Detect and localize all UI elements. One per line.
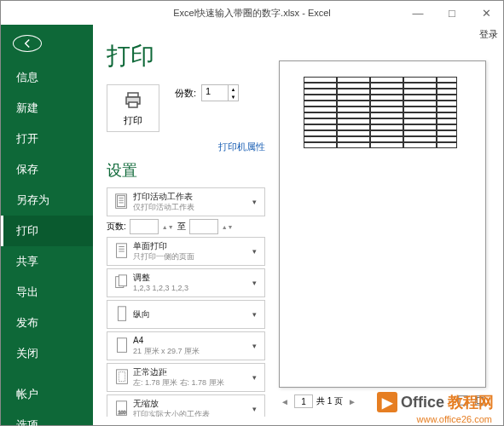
setting-orientation[interactable]: 纵向 ▾	[107, 300, 265, 329]
preview-table	[304, 77, 457, 148]
login-link[interactable]: 登录	[479, 28, 498, 41]
sidebar-item-close[interactable]: 关闭	[1, 338, 93, 369]
backstage-sidebar: 信息 新建 打开 保存 另存为 打印 共享 导出 发布 关闭 帐户 选项	[1, 25, 93, 425]
chevron-down-icon: ▾	[252, 342, 261, 350]
sidebar-item-options[interactable]: 选项	[1, 410, 93, 426]
sidebar-item-share[interactable]: 共享	[1, 246, 93, 277]
pages-to-label: 至	[177, 221, 186, 233]
close-button[interactable]: ✕	[469, 1, 503, 25]
print-preview: ◄ 共 1 页 ►	[265, 40, 491, 417]
maximize-button[interactable]: □	[435, 1, 469, 25]
page-number-input[interactable]	[294, 394, 313, 408]
paper-icon	[111, 335, 133, 357]
sidebar-item-export[interactable]: 导出	[1, 277, 93, 308]
chevron-down-icon: ▾	[252, 198, 261, 206]
copies-spinner[interactable]: 1 ▲ ▼	[201, 84, 239, 101]
printer-properties-link[interactable]: 打印机属性	[107, 141, 265, 153]
setting-collate[interactable]: 调整1,2,3 1,2,3 1,2,3 ▾	[107, 268, 265, 297]
copies-down[interactable]: ▼	[228, 93, 238, 101]
minimize-button[interactable]: ―	[401, 1, 435, 25]
pages-label: 页数:	[107, 221, 126, 233]
scale-icon: 100	[111, 398, 133, 417]
setting-paper-size[interactable]: A421 厘米 x 29.7 厘米 ▾	[107, 331, 265, 360]
spinner-icon: ▲▼	[222, 224, 234, 230]
watermark: ▶ Office教程网	[377, 392, 494, 412]
logo-icon: ▶	[377, 392, 397, 412]
page-title: 打印	[107, 40, 265, 72]
portrait-icon	[111, 303, 133, 325]
spinner-icon: ▲▼	[162, 224, 174, 230]
next-page-button[interactable]: ►	[346, 397, 358, 406]
setting-simplex[interactable]: 单面打印只打印一侧的页面 ▾	[107, 237, 265, 266]
chevron-down-icon: ▾	[252, 405, 261, 413]
pages-to-input[interactable]	[189, 219, 218, 234]
app-window: Excel快速输入带圈的数字.xlsx - Excel ― □ ✕ 登录 信息 …	[0, 0, 504, 426]
copies-up[interactable]: ▲	[228, 85, 238, 93]
page-icon	[111, 240, 133, 262]
back-button[interactable]	[13, 35, 42, 52]
chevron-down-icon: ▾	[252, 310, 261, 319]
pages-range-row: 页数: ▲▼ 至 ▲▼	[107, 219, 265, 234]
page-total-label: 共 1 页	[316, 395, 343, 407]
svg-rect-17	[119, 372, 125, 382]
svg-rect-8	[117, 244, 127, 258]
print-button-label: 打印	[124, 114, 142, 127]
margins-icon	[111, 366, 133, 389]
prev-page-button[interactable]: ◄	[279, 397, 291, 406]
sidebar-item-saveas[interactable]: 另存为	[1, 185, 93, 216]
svg-rect-2	[129, 102, 137, 107]
print-button[interactable]: 打印	[107, 84, 159, 132]
sidebar-item-info[interactable]: 信息	[1, 62, 93, 93]
sheets-icon	[111, 191, 133, 213]
setting-print-sheets[interactable]: 打印活动工作表仅打印活动工作表 ▾	[107, 187, 265, 216]
chevron-down-icon: ▾	[252, 247, 261, 256]
settings-title: 设置	[107, 160, 265, 181]
copies-label: 份数:	[175, 87, 196, 100]
sidebar-item-open[interactable]: 打开	[1, 124, 93, 154]
setting-margins[interactable]: 正常边距左: 1.78 厘米 右: 1.78 厘米 ▾	[107, 363, 265, 392]
setting-scaling[interactable]: 100 无缩放打印实际大小的工作表 ▾	[107, 394, 265, 417]
svg-rect-14	[118, 307, 125, 321]
pages-from-input[interactable]	[130, 219, 159, 234]
preview-page	[279, 60, 486, 388]
chevron-down-icon: ▾	[252, 373, 261, 382]
print-settings-panel: 打印 打印 份数: 1 ▲ ▼	[107, 40, 265, 417]
copies-value[interactable]: 1	[202, 85, 228, 101]
chevron-down-icon: ▾	[252, 279, 261, 287]
sidebar-item-print[interactable]: 打印	[1, 216, 93, 246]
svg-rect-15	[118, 338, 127, 353]
svg-text:100: 100	[118, 410, 125, 415]
collate-icon	[111, 272, 133, 294]
sidebar-item-account[interactable]: 帐户	[1, 379, 93, 410]
sidebar-item-new[interactable]: 新建	[1, 93, 93, 124]
watermark-url: www.office26.com	[417, 414, 492, 424]
svg-rect-13	[119, 275, 126, 286]
sidebar-item-publish[interactable]: 发布	[1, 308, 93, 338]
sidebar-item-save[interactable]: 保存	[1, 154, 93, 185]
printer-icon	[121, 90, 145, 112]
titlebar: Excel快速输入带圈的数字.xlsx - Excel ― □ ✕	[1, 1, 503, 25]
svg-rect-4	[118, 196, 125, 207]
